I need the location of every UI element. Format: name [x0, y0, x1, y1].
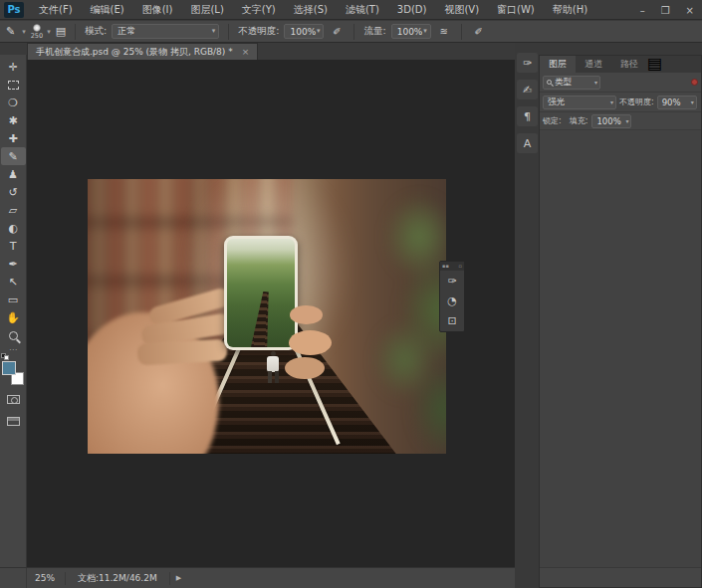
character-panel-icon[interactable]: A	[517, 133, 538, 153]
paragraph-panel-icon[interactable]: ¶	[517, 106, 538, 126]
clone-stamp-tool[interactable]: ♟	[1, 165, 26, 183]
layers-panel: 图层通道路径▤ 类型 强光 不透明度: 90% 锁定: 填充: 100%	[539, 55, 702, 588]
image-phone-screen	[227, 239, 295, 348]
zoom-tool-icon	[9, 331, 18, 340]
menu-bar: Ps 文件(F)编辑(E)图像(I)图层(L)文字(Y)选择(S)滤镜(T)3D…	[0, 0, 702, 20]
zoom-tool[interactable]	[1, 326, 26, 344]
menu-item-图层(L)[interactable]: 图层(L)	[181, 0, 232, 20]
collapsed-dock-icons: ✑◔⊡	[440, 271, 464, 330]
panel-menu-icon[interactable]: ▤	[647, 54, 662, 73]
collapsed-dock-header[interactable]: ▪▪ ▫	[440, 262, 464, 271]
pressure-size-icon[interactable]: ✐	[471, 24, 487, 39]
layer-opacity-select[interactable]: 90%	[657, 96, 697, 109]
zoom-level-field[interactable]: 25%	[27, 573, 65, 583]
tab-close-icon[interactable]: ×	[242, 47, 250, 57]
clone-source-panel-icon[interactable]: ◔	[440, 291, 464, 310]
hand-tool-icon: ✋	[6, 312, 20, 323]
quick-selection-tool[interactable]: ✱	[1, 111, 26, 129]
blend-mode-select[interactable]: 正常	[112, 24, 219, 39]
menu-item-编辑(E)[interactable]: 编辑(E)	[82, 0, 133, 20]
airbrush-icon[interactable]: ≋	[436, 24, 452, 39]
menu-item-3D(D)[interactable]: 3D(D)	[388, 0, 436, 20]
marquee-tool[interactable]	[1, 76, 26, 94]
window-controls: –❐×	[640, 0, 694, 20]
filter-type-select[interactable]: 类型	[543, 76, 600, 90]
tool-options-bar: ✎ ▾ 250 ▾ ▤ 模式: 正常 不透明度: 100% ✐ 流量: 100%…	[0, 21, 702, 43]
dock-collapse-icon[interactable]: ▫	[459, 264, 462, 269]
healing-brush-tool[interactable]: ✚	[1, 129, 26, 147]
menu-items: 文件(F)编辑(E)图像(I)图层(L)文字(Y)选择(S)滤镜(T)3D(D)…	[30, 0, 596, 20]
default-colors-icon[interactable]	[1, 353, 10, 360]
hand-tool[interactable]: ✋	[1, 308, 26, 326]
menu-item-文字(Y)[interactable]: 文字(Y)	[233, 0, 285, 20]
dodge-tool[interactable]: ◐	[1, 219, 26, 237]
image-fingertip	[289, 330, 332, 355]
quick-mask-button[interactable]	[1, 391, 26, 407]
tool-presets-panel-icon[interactable]: ✍	[517, 80, 538, 99]
history-brush-tool[interactable]: ↺	[1, 183, 26, 201]
collapsed-panel-dock: ▪▪ ▫ ✑◔⊡	[439, 261, 465, 332]
brush-presets-panel-icon[interactable]: ✑	[517, 53, 538, 73]
healing-brush-tool-icon: ✚	[8, 133, 17, 144]
menu-item-视图(V)[interactable]: 视图(V)	[435, 0, 488, 20]
filter-toggle-icon[interactable]	[691, 79, 698, 86]
layer-blend-mode-select[interactable]: 强光	[543, 96, 616, 109]
type-tool[interactable]: T	[1, 237, 26, 255]
brush-panel-icon[interactable]: ✑	[440, 271, 464, 291]
menu-item-文件(F)[interactable]: 文件(F)	[30, 0, 82, 20]
opacity-label: 不透明度:	[238, 25, 279, 38]
menu-item-滤镜(T)[interactable]: 滤镜(T)	[337, 0, 388, 20]
eraser-tool[interactable]: ▱	[1, 201, 26, 219]
blend-mode-row: 强光 不透明度: 90%	[540, 93, 701, 112]
fill-label: 填充:	[570, 115, 588, 126]
brush-tool[interactable]: ✎	[1, 147, 26, 165]
clone-stamp-tool-icon: ♟	[8, 169, 18, 180]
tab-图层[interactable]: 图层	[540, 56, 576, 73]
screen-mode-icon	[7, 417, 20, 426]
canvas-area[interactable]: ▪▪ ▫ ✑◔⊡	[27, 60, 515, 567]
menu-item-窗口(W)[interactable]: 窗口(W)	[488, 0, 544, 20]
rectangle-tool[interactable]: ▭	[1, 291, 26, 308]
document-image	[88, 179, 446, 454]
path-selection-tool[interactable]: ↖	[1, 273, 26, 291]
opacity-select[interactable]: 100%	[284, 24, 324, 39]
layer-comps-panel-icon[interactable]: ⊡	[440, 310, 464, 330]
brush-size-value: 250	[31, 33, 43, 40]
brush-preset-picker[interactable]: 250 ▾	[31, 24, 51, 40]
layers-panel-bottom-bar	[540, 567, 701, 587]
tab-路径[interactable]: 路径	[611, 56, 647, 73]
brush-tip-preview: 250	[31, 24, 43, 40]
status-expand-icon[interactable]: ▶	[170, 574, 187, 582]
menu-item-帮助(H)[interactable]: 帮助(H)	[544, 0, 596, 20]
close-button[interactable]: ×	[686, 5, 694, 16]
panel-dock: ✑✍¶A 图层通道路径▤ 类型 强光 不透明度: 90% 锁定: 填充:	[515, 43, 702, 588]
image-fingertip	[290, 305, 322, 324]
document-tab[interactable]: 手机创意合成.psd @ 25% (景物 拷贝, RGB/8) * ×	[27, 43, 258, 60]
flow-select[interactable]: 100%	[391, 24, 431, 39]
document-size-info: 文档:11.2M/46.2M	[66, 572, 169, 585]
tab-通道[interactable]: 通道	[576, 56, 611, 73]
screen-mode-button[interactable]	[1, 413, 26, 429]
rectangle-tool-icon: ▭	[8, 294, 18, 305]
minimize-button[interactable]: –	[640, 5, 645, 16]
toggle-brush-panel-icon[interactable]: ▤	[56, 25, 66, 38]
move-tool[interactable]: ✛	[1, 58, 26, 76]
tool-preset-caret-icon[interactable]: ▾	[22, 28, 26, 36]
brush-tool-icon[interactable]: ✎	[6, 25, 15, 38]
layers-panel-tabs: 图层通道路径▤	[540, 56, 701, 73]
photoshop-logo: Ps	[4, 2, 24, 18]
more-tools-icon[interactable]: ⋯	[9, 345, 17, 354]
lock-row: 锁定: 填充: 100%	[540, 112, 701, 130]
pressure-opacity-icon[interactable]: ✐	[329, 24, 345, 39]
panel-icon-strip: ✑✍¶A	[515, 53, 539, 160]
pen-tool[interactable]: ✒	[1, 255, 26, 273]
menu-item-选择(S)[interactable]: 选择(S)	[285, 0, 337, 20]
layer-fill-select[interactable]: 100%	[591, 114, 631, 128]
lasso-tool[interactable]: ❍	[1, 94, 26, 111]
dodge-tool-icon: ◐	[8, 223, 18, 234]
menu-item-图像(I)[interactable]: 图像(I)	[133, 0, 182, 20]
options-separator	[228, 24, 229, 40]
move-tool-icon: ✛	[8, 62, 17, 73]
foreground-color-swatch[interactable]	[2, 361, 16, 375]
maximize-button[interactable]: ❐	[661, 5, 670, 16]
